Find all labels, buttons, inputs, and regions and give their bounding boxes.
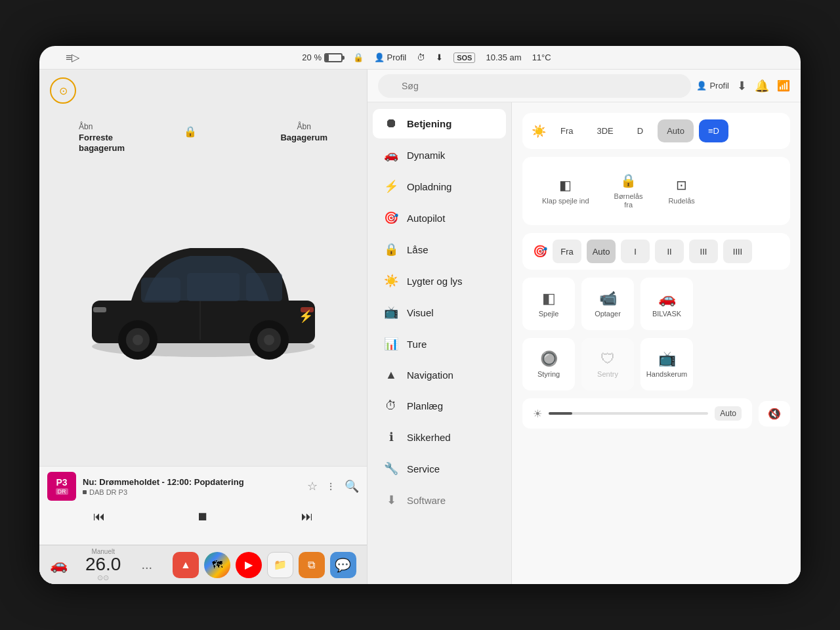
app-layers[interactable]: ⧉ xyxy=(299,552,325,578)
svg-rect-2 xyxy=(141,278,180,303)
sikkerhed-label: Sikkerhed xyxy=(407,432,451,443)
volume-button[interactable]: 🔇 xyxy=(759,401,790,427)
stop-button[interactable]: ⏹ xyxy=(192,507,214,526)
software-icon: ⬇ xyxy=(383,493,399,507)
wipers-row: 🎯 Fra Auto I II III IIII xyxy=(522,233,790,270)
menu-item-ture[interactable]: 📊 Ture xyxy=(373,329,506,359)
menu-item-lygter[interactable]: ☀️ Lygter og lys xyxy=(373,266,506,296)
ture-label: Ture xyxy=(407,339,427,350)
laase-label: Låse xyxy=(407,244,429,255)
child-lock-tile[interactable]: 🔒 Børnelåsfra xyxy=(605,165,652,217)
svg-point-7 xyxy=(133,335,143,345)
wiper-2-btn[interactable]: II xyxy=(655,240,684,263)
menu-item-laase[interactable]: 🔒 Låse xyxy=(373,234,506,264)
light-btn-main[interactable]: ≡D xyxy=(699,119,728,142)
wiper-1-btn[interactable]: I xyxy=(621,240,650,263)
svg-point-10 xyxy=(264,335,274,345)
download-icon: ⬇ xyxy=(436,52,443,62)
menu-icon[interactable]: ≡▷ xyxy=(66,51,79,64)
taskbar-apps: ▲ 🗺 ▶ 📁 ⧉ 💬 xyxy=(173,552,356,578)
steering-icon: 🔘 xyxy=(540,350,558,368)
wiper-off-btn[interactable]: Fra xyxy=(553,240,581,263)
menu-item-software[interactable]: ⬇ Software xyxy=(373,485,506,515)
skip-back-button[interactable]: ⏮ xyxy=(88,507,110,526)
glovebox-tile[interactable]: 📺 Handskerum xyxy=(640,338,693,390)
app-files[interactable]: 📁 xyxy=(267,552,293,578)
bell-icon[interactable]: 🔔 xyxy=(755,79,769,93)
dynamik-label: Dynamik xyxy=(407,150,445,161)
menu-item-autopilot[interactable]: 🎯 Autopilot xyxy=(373,203,506,233)
car-display: ⊙ Åbn Forreste bagagerum 🔒 Åbn Bagagerum xyxy=(39,70,367,466)
menu-item-sikkerhed[interactable]: ℹ Sikkerhed xyxy=(373,422,506,452)
visuel-label: Visuel xyxy=(407,307,434,318)
software-label: Software xyxy=(407,495,446,506)
app-chat[interactable]: 💬 xyxy=(330,552,356,578)
fold-mirrors-tile[interactable]: ◧ Klap spejle ind xyxy=(533,165,598,217)
recorder-tile[interactable]: 📹 Optager xyxy=(581,278,634,330)
menu-item-opladning[interactable]: ⚡ Opladning xyxy=(373,171,506,201)
profile-button[interactable]: 👤 Profil xyxy=(696,81,729,91)
mirror-icon: ◧ xyxy=(542,290,556,307)
opladning-icon: ⚡ xyxy=(383,179,399,194)
light-btn-3de[interactable]: 3DE xyxy=(588,119,623,142)
menu-item-planlaeg[interactable]: ⏱ Planlæg xyxy=(373,391,506,421)
tire-pressure-icon[interactable]: ⊙ xyxy=(50,77,76,104)
star-icon[interactable]: ☆ xyxy=(307,479,318,494)
light-btn-fra[interactable]: Fra xyxy=(551,119,583,142)
station-dr: DR xyxy=(56,488,68,495)
menu-item-service[interactable]: 🔧 Service xyxy=(373,453,506,484)
betjening-icon: ⏺ xyxy=(383,117,399,131)
window-lock-tile[interactable]: ⊡ Rudelås xyxy=(659,165,705,217)
child-lock-icon: 🔒 xyxy=(620,173,637,188)
mirror-tile[interactable]: ◧ Spejle xyxy=(522,278,575,330)
profile-label[interactable]: 👤 Profil xyxy=(374,52,406,62)
light-btn-auto[interactable]: Auto xyxy=(658,119,694,142)
menu-item-dynamik[interactable]: 🚗 Dynamik xyxy=(373,140,506,170)
skip-forward-button[interactable]: ⏭ xyxy=(296,507,318,526)
clock-icon: ⏱ xyxy=(417,52,425,62)
opladning-label: Opladning xyxy=(407,181,452,192)
wiper-4-btn[interactable]: IIII xyxy=(723,240,752,263)
light-btn-d[interactable]: D xyxy=(628,119,652,142)
search-input[interactable] xyxy=(378,74,691,98)
menu-item-betjening[interactable]: ⏺ Betjening xyxy=(373,109,506,138)
bottom-tiles-row2: 🔘 Styring 🛡 Sentry 📺 Handskerum xyxy=(522,338,790,390)
wiper-3-btn[interactable]: III xyxy=(689,240,718,263)
more-button[interactable]: ... xyxy=(138,555,155,575)
sun-icon: ☀️ xyxy=(532,124,546,138)
sos-label[interactable]: SOS xyxy=(453,52,475,63)
carwash-tile[interactable]: 🚗 BILVASK xyxy=(640,278,693,330)
sikkerhed-icon: ℹ xyxy=(383,430,399,444)
navigation-label: Navigation xyxy=(407,369,453,381)
auto-brightness-label: Auto xyxy=(715,406,742,421)
laase-icon: 🔒 xyxy=(383,242,399,257)
search-media-icon[interactable]: 🔍 xyxy=(345,479,359,494)
app-maps[interactable]: 🗺 xyxy=(204,552,230,578)
battery-indicator: 20 % xyxy=(302,52,343,62)
menu-item-navigation[interactable]: ▲ Navigation xyxy=(373,360,506,390)
menu-item-visuel[interactable]: 📺 Visuel xyxy=(373,297,506,327)
volume-icon: 🔇 xyxy=(768,408,781,420)
ture-icon: 📊 xyxy=(383,337,399,351)
sentry-tile[interactable]: 🛡 Sentry xyxy=(581,338,634,390)
wiper-auto-btn[interactable]: Auto xyxy=(587,240,616,263)
app-youtube[interactable]: ▶ xyxy=(236,552,262,578)
bottom-bar: 🚗 Manuelt 26.0 ⊙⊙ ... ▲ 🗺 ▶ 📁 ⧉ 💬 xyxy=(39,545,367,584)
app-nav[interactable]: ▲ xyxy=(173,552,199,578)
planlaeg-icon: ⏱ xyxy=(383,399,399,413)
lock-icon: 🔒 xyxy=(353,52,364,62)
svg-rect-11 xyxy=(93,307,106,312)
car-icon[interactable]: 🚗 xyxy=(50,556,68,574)
service-icon: 🔧 xyxy=(383,461,399,476)
settings-menu: ⏺ Betjening 🚗 Dynamik ⚡ Opladning 🎯 xyxy=(368,102,512,584)
autopilot-icon: 🎯 xyxy=(383,211,399,225)
media-player: P3 DR Nu: Drømmeholdet - 12:00: Popdater… xyxy=(39,466,367,545)
station-p3: P3 xyxy=(56,478,67,487)
bottom-tiles-row: ◧ Spejle 📹 Optager 🚗 BILVASK xyxy=(522,278,790,330)
download-header-icon[interactable]: ⬇ xyxy=(737,79,747,93)
brightness-icon: ☀ xyxy=(533,408,542,420)
station-logo: P3 DR xyxy=(47,472,76,501)
equalizer-icon[interactable]: ⫶ xyxy=(328,480,334,494)
speed-value: 26.0 xyxy=(85,555,121,574)
steering-tile[interactable]: 🔘 Styring xyxy=(522,338,575,390)
